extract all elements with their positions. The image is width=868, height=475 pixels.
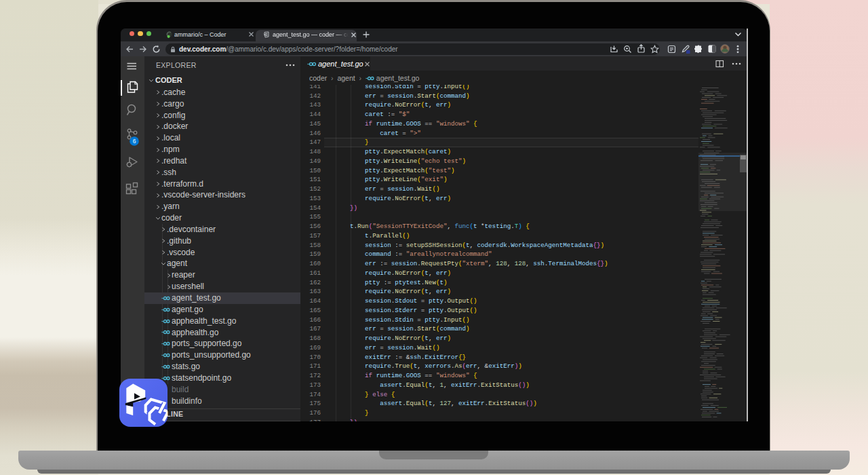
svg-text:6: 6 xyxy=(132,137,136,144)
